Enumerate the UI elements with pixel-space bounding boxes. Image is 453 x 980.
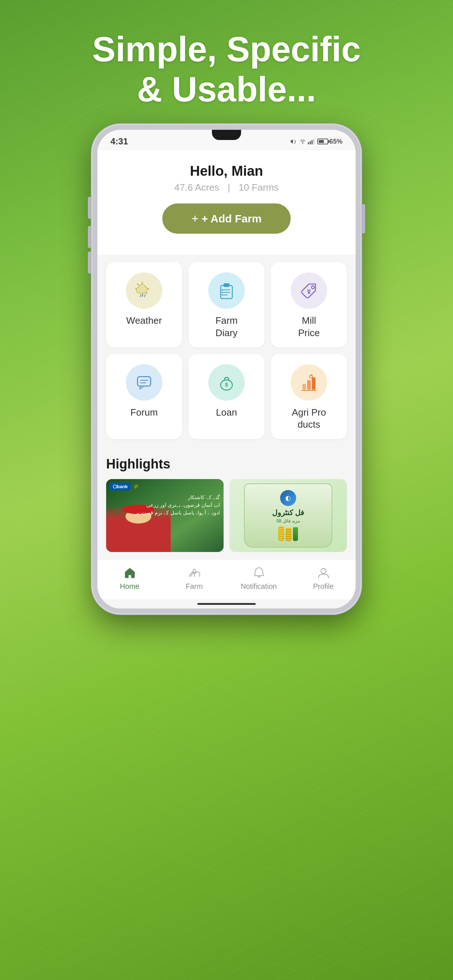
nav-home[interactable]: Home: [112, 566, 148, 590]
profile-icon: [317, 566, 330, 579]
product-bag: ◐ فل کنٹرول 08 مزید فائل: [244, 484, 332, 547]
svg-point-20: [222, 292, 223, 293]
bottom-navigation: Home Farm: [97, 559, 356, 600]
volume-icon: [290, 138, 298, 145]
bank-icon2: 🌾: [133, 484, 139, 489]
product-image: [278, 527, 298, 541]
battery-indicator: 65%: [317, 138, 343, 145]
svg-point-21: [222, 294, 223, 296]
nav-home-label: Home: [120, 582, 139, 590]
page-tagline: Simple, Specific & Usable...: [0, 0, 453, 132]
highlights-title: Highlights: [106, 457, 347, 472]
svg-rect-30: [302, 384, 306, 390]
farms-text: 10 Farms: [239, 182, 279, 193]
svg-point-35: [321, 568, 326, 573]
divider: |: [228, 182, 230, 193]
forum-card[interactable]: Forum: [106, 354, 182, 439]
plus-icon: +: [191, 212, 199, 226]
svg-rect-2: [311, 140, 313, 145]
clipboard-icon: [217, 281, 236, 300]
svg-point-19: [222, 289, 223, 291]
forum-label: Forum: [130, 407, 158, 419]
product-subtitle: 08 مزید فائل: [276, 519, 300, 523]
weather-card[interactable]: Weather: [106, 262, 182, 347]
forum-icon-circle: [126, 364, 162, 401]
camera-notch: [212, 130, 241, 140]
add-farm-label: + Add Farm: [202, 213, 262, 225]
wifi-icon: [300, 138, 306, 145]
svg-point-33: [309, 375, 313, 378]
svg-rect-31: [307, 380, 311, 390]
highlights-row: ⬡bank 🌾 گنے کے کاشتکاراب آسان قرضوں، بہت…: [106, 479, 347, 552]
agri-products-icon-circle: [291, 364, 327, 401]
svg-point-22: [311, 286, 314, 289]
highlight-card-product[interactable]: ◐ فل کنٹرول 08 مزید فائل: [230, 479, 347, 552]
weather-icon: [134, 281, 154, 301]
bar-chart-icon: [300, 373, 318, 392]
loan-card[interactable]: $ Loan: [188, 354, 265, 439]
weather-icon-circle: [126, 272, 162, 309]
svg-point-23: [308, 292, 310, 294]
svg-rect-32: [312, 377, 316, 390]
farm-icon: [188, 566, 201, 579]
product-name: فل کنٹرول: [272, 508, 305, 517]
mill-price-label: MillPrice: [298, 315, 319, 339]
phone-screen: 4:31: [97, 130, 356, 608]
highlights-section: Highlights ⬡bank 🌾 گنے کے: [97, 453, 356, 559]
bank-logo: ⬡bank: [113, 484, 128, 489]
notification-icon: [252, 566, 266, 579]
home-indicator: [97, 600, 356, 608]
svg-rect-0: [308, 142, 309, 145]
svg-line-13: [144, 294, 145, 297]
farm-diary-label: FarmDiary: [215, 315, 238, 339]
svg-rect-1: [309, 141, 311, 145]
loan-label: Loan: [216, 407, 237, 419]
nav-profile[interactable]: Profile: [305, 566, 342, 590]
urdu-text: گنے کے کاشتکاراب آسان قرضوں، بہتری اور ز…: [110, 494, 220, 517]
tag-icon: [300, 281, 318, 300]
svg-line-9: [137, 284, 139, 285]
status-icons: 65%: [290, 138, 343, 145]
farm-diary-icon-circle: [208, 272, 245, 309]
nav-profile-label: Profile: [313, 582, 334, 590]
feature-grid: Weather: [97, 255, 356, 453]
svg-rect-24: [137, 377, 151, 386]
greeting-name: Hello, Mian: [112, 163, 341, 179]
grid-row-1: Weather: [106, 262, 347, 347]
highlight-card-bank[interactable]: ⬡bank 🌾 گنے کے کاشتکاراب آسان قرضوں، بہت…: [106, 479, 223, 552]
mill-price-icon-circle: [291, 272, 327, 309]
svg-rect-3: [313, 139, 314, 145]
nav-notification[interactable]: Notification: [241, 566, 277, 590]
phone-frame: 4:31: [91, 124, 362, 614]
mill-price-card[interactable]: MillPrice: [271, 262, 347, 347]
home-bar: [197, 603, 256, 605]
svg-rect-15: [223, 283, 230, 287]
battery-percent: 65%: [329, 138, 343, 145]
farm-diary-card[interactable]: FarmDiary: [188, 262, 265, 347]
phone-device: 4:31: [91, 124, 362, 614]
nav-notification-label: Notification: [241, 582, 277, 590]
signal-icon: [308, 138, 315, 145]
chat-icon: [135, 373, 153, 392]
home-icon: [123, 566, 136, 579]
weather-label: Weather: [126, 315, 162, 327]
agri-products-card[interactable]: Agri Products: [271, 354, 347, 439]
money-bag-icon: $: [217, 373, 236, 392]
greeting-stats: 47.6 Acres | 10 Farms: [112, 182, 341, 193]
grid-row-2: Forum $ Loan: [106, 354, 347, 439]
agri-products-label: Agri Products: [292, 407, 326, 431]
svg-line-11: [140, 294, 141, 297]
status-time: 4:31: [110, 136, 128, 146]
acres-text: 47.6 Acres: [174, 182, 219, 193]
greeting-section: Hello, Mian 47.6 Acres | 10 Farms + + Ad…: [97, 150, 356, 255]
svg-text:$: $: [225, 382, 228, 388]
nav-farm-label: Farm: [186, 582, 203, 590]
add-farm-button[interactable]: + + Add Farm: [162, 204, 291, 234]
loan-icon-circle: $: [208, 364, 245, 401]
tagline-text: Simple, Specific & Usable...: [0, 29, 453, 110]
nav-farm[interactable]: Farm: [176, 566, 213, 590]
